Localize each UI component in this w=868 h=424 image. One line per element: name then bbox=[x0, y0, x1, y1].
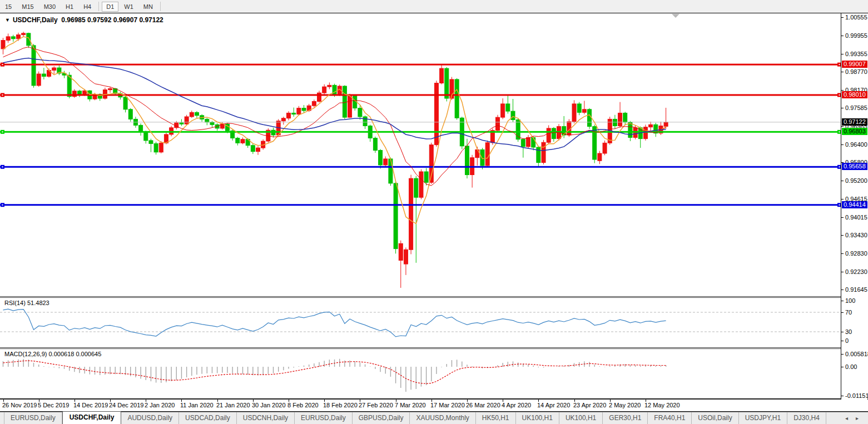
macd-pane[interactable]: MACD(12,26,9) 0.000618 0.000645 bbox=[0, 349, 841, 398]
macd-chart[interactable] bbox=[0, 349, 841, 398]
axis-tick-label: 0.93430 bbox=[845, 232, 867, 238]
timeframe-button-d1[interactable]: D1 bbox=[102, 2, 118, 12]
chart-tab-audusd-daily[interactable]: AUDUSD,Daily bbox=[121, 412, 179, 424]
time-axis[interactable]: 26 Nov 20195 Dec 201914 Dec 201924 Dec 2… bbox=[0, 400, 868, 411]
ma-slow-line bbox=[3, 58, 666, 151]
date-label: 24 Dec 2019 bbox=[109, 402, 143, 408]
candle-body bbox=[358, 108, 362, 117]
horizontal-level-line[interactable] bbox=[0, 204, 841, 206]
chart-tab-ger30-h1[interactable]: GER30,H1 bbox=[603, 412, 648, 424]
axis-tick-label: 0.99955 bbox=[845, 32, 867, 39]
rsi-line bbox=[3, 309, 666, 337]
candle-body bbox=[287, 113, 291, 118]
candle-body bbox=[501, 104, 505, 117]
horizontal-level-line[interactable] bbox=[0, 64, 841, 66]
timeframe-button-m15[interactable]: M15 bbox=[17, 2, 38, 12]
chart-dropdown-icon[interactable]: ▼ bbox=[5, 17, 10, 23]
candle-body bbox=[108, 88, 112, 89]
candle-body bbox=[11, 37, 15, 39]
candle-body bbox=[78, 91, 82, 95]
candle-body bbox=[6, 37, 10, 41]
main-chart-pane[interactable]: ▼USDCHF,Daily 0.96985 0.97592 0.96907 0.… bbox=[0, 13, 841, 296]
chart-tab-uk100-h1[interactable]: UK100,H1 bbox=[516, 412, 559, 424]
rsi-chart[interactable] bbox=[0, 298, 841, 347]
axis-tick-dash bbox=[841, 108, 844, 108]
axis-tick-dash bbox=[841, 332, 844, 332]
candle-body bbox=[52, 68, 56, 70]
candle-body bbox=[144, 132, 148, 141]
tab-scroll-right-icon[interactable]: ▸ bbox=[856, 415, 859, 421]
chart-tab-eurusd-daily[interactable]: EURUSD,Daily bbox=[295, 412, 353, 424]
horizontal-level-line[interactable] bbox=[0, 166, 841, 168]
axis-tick-label: 1.00555 bbox=[845, 14, 867, 21]
candle-body bbox=[281, 118, 285, 121]
timeframe-button-h4[interactable]: H4 bbox=[79, 2, 96, 12]
axis-tick-dash bbox=[841, 354, 844, 355]
macd-label: MACD(12,26,9) 0.000618 0.000645 bbox=[4, 351, 101, 357]
axis-tick-dash bbox=[841, 253, 844, 254]
axis-tick-dash bbox=[841, 235, 844, 236]
timeframe-button-w1[interactable]: W1 bbox=[120, 2, 138, 12]
date-label: 14 Dec 2019 bbox=[73, 402, 108, 408]
chart-tab-usdjpy-h1[interactable]: USDJPY,H1 bbox=[739, 412, 787, 424]
axis-tick-dash bbox=[841, 341, 844, 341]
candle-body bbox=[404, 250, 408, 264]
chart-tab-usdcnh-daily[interactable]: USDCNH,Daily bbox=[237, 412, 295, 424]
chart-tab-xauusd-monthly[interactable]: XAUUSD,Monthly bbox=[410, 412, 475, 424]
candle-body bbox=[455, 79, 459, 118]
candle-body bbox=[363, 117, 367, 126]
date-label: 4 Apr 2020 bbox=[502, 402, 531, 408]
rsi-pane[interactable]: RSI(14) 51.4823 bbox=[0, 298, 841, 347]
candle-body bbox=[180, 123, 183, 124]
candle-body bbox=[506, 104, 510, 111]
date-label: 7 Mar 2020 bbox=[395, 402, 426, 408]
chart-tab-usoil-daily[interactable]: USOil,Daily bbox=[692, 412, 738, 424]
timeframe-button-m30[interactable]: M30 bbox=[39, 2, 60, 12]
chart-tab-eurusd-daily[interactable]: EURUSD,Daily bbox=[4, 412, 62, 424]
chart-tab-fra40-h1[interactable]: FRA40,H1 bbox=[648, 412, 692, 424]
date-label: 5 Dec 2019 bbox=[38, 402, 69, 408]
candle-body bbox=[495, 117, 499, 131]
timeframe-button-h1[interactable]: H1 bbox=[61, 2, 78, 12]
candle-body bbox=[618, 113, 622, 126]
candle-body bbox=[297, 108, 301, 114]
candle-body bbox=[628, 122, 632, 137]
price-axis[interactable]: 1.005550.999550.993550.987700.981700.975… bbox=[841, 13, 868, 398]
date-label: 18 Feb 2020 bbox=[323, 402, 358, 408]
chart-tab-hk50-h1[interactable]: HK50,H1 bbox=[476, 412, 516, 424]
chart-shift-marker-icon[interactable] bbox=[672, 14, 679, 18]
candle-body bbox=[521, 139, 525, 147]
candle-body bbox=[445, 68, 449, 98]
candle-body bbox=[159, 143, 163, 152]
axis-tick-dash bbox=[841, 396, 844, 396]
chart-tab-dj30-h4[interactable]: DJ30,H4 bbox=[787, 412, 826, 424]
axis-tick-label: 0.94015 bbox=[845, 214, 867, 221]
candle-body bbox=[185, 117, 189, 124]
timeframe-button-mn[interactable]: MN bbox=[139, 2, 157, 12]
axis-tick-label: 0.005818 bbox=[845, 351, 868, 357]
candle-body bbox=[598, 153, 602, 161]
tab-scroll-left-icon[interactable]: ◂ bbox=[845, 415, 848, 421]
candle-body bbox=[210, 122, 214, 124]
date-label: 21 Jan 2020 bbox=[216, 402, 250, 408]
chart-symbol-label: USDCHF,Daily bbox=[13, 16, 58, 24]
axis-tick-dash bbox=[841, 290, 844, 290]
candlestick-chart[interactable] bbox=[0, 13, 841, 296]
timeframe-button-15[interactable]: 15 bbox=[1, 2, 16, 12]
axis-tick-dash bbox=[841, 272, 844, 272]
date-label: 2 Jan 2020 bbox=[145, 402, 175, 408]
candle-body bbox=[42, 74, 46, 76]
date-label: 26 Mar 2020 bbox=[466, 402, 500, 408]
chart-tab-gbpusd-daily[interactable]: GBPUSD,Daily bbox=[353, 412, 410, 424]
horizontal-level-line[interactable] bbox=[0, 131, 841, 133]
chart-tab-usdchf-daily[interactable]: USDCHF,Daily bbox=[62, 411, 122, 424]
candle-body bbox=[312, 102, 316, 106]
candle-body bbox=[409, 178, 413, 250]
axis-tick-dash bbox=[841, 17, 844, 18]
axis-tick-dash bbox=[841, 126, 844, 127]
chart-tab-usdcad-daily[interactable]: USDCAD,Daily bbox=[179, 412, 237, 424]
axis-tick-label: 0.91645 bbox=[845, 286, 867, 293]
terminal-window: 15M15M30H1H4D1W1MN ▼USDCHF,Daily 0.96985… bbox=[0, 0, 868, 424]
candle-body bbox=[22, 33, 26, 35]
chart-tab-uk100-h1[interactable]: UK100,H1 bbox=[559, 412, 603, 424]
